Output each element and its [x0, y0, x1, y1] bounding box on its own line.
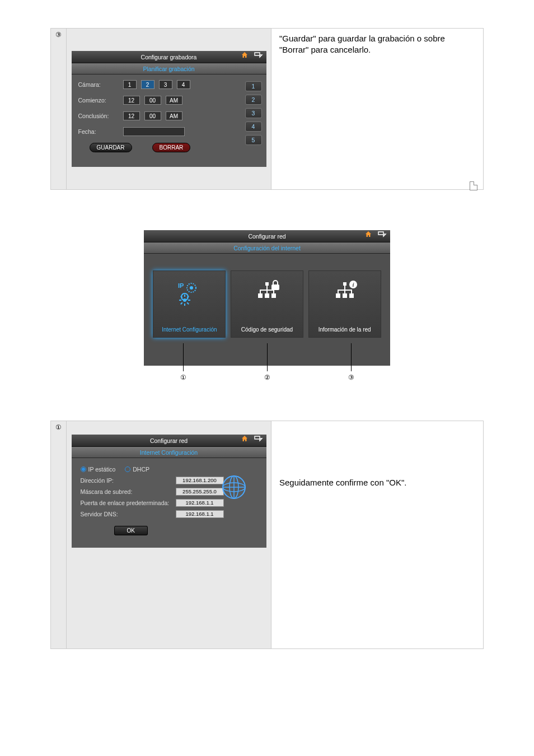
svg-rect-10 — [336, 293, 340, 298]
end-hour[interactable]: 12 — [123, 111, 140, 120]
ip-label: Dirección IP: — [81, 477, 176, 484]
svg-point-3 — [183, 298, 186, 302]
tile-label: Código de seguridad — [231, 326, 303, 333]
slot-list: 1 2 3 4 5 — [245, 81, 262, 145]
panel-title: Configurar grabadora — [141, 54, 197, 60]
description-text: Seguidamente confirme con "OK". — [279, 478, 406, 487]
camera-btn-4[interactable]: 4 — [177, 80, 190, 89]
back-icon[interactable] — [254, 51, 263, 59]
radio-static[interactable]: IP estático — [81, 466, 116, 473]
svg-rect-7 — [271, 293, 276, 298]
end-label: Conclusión: — [78, 113, 119, 119]
screenshot-cell: Configurar grabadora Planificar grabació… — [67, 29, 271, 190]
svg-rect-8 — [271, 284, 279, 290]
gw-label: Puerta de enlace predeterminada: — [81, 500, 176, 506]
save-button[interactable]: GUARDAR — [90, 143, 132, 152]
description-cell: Seguidamente confirme con "OK". — [271, 421, 484, 649]
tile-label: Información de la red — [309, 326, 381, 333]
radio-dhcp[interactable]: DHCP — [125, 466, 149, 473]
callout-1: ① — [180, 374, 186, 381]
svg-point-2 — [190, 286, 193, 290]
svg-rect-5 — [258, 293, 263, 298]
svg-text:IP: IP — [178, 282, 184, 289]
start-min[interactable]: 00 — [144, 96, 161, 105]
date-field[interactable] — [123, 127, 185, 136]
tile-security-code[interactable]: Código de seguridad — [231, 270, 303, 338]
slot-2[interactable]: 2 — [245, 95, 262, 105]
radio-dot-off — [125, 466, 130, 472]
callout-row: ① ② ③ — [144, 370, 390, 404]
step-number: ③ — [51, 29, 67, 190]
mask-label: Máscara de subred: — [81, 488, 176, 495]
dns-value[interactable]: 192.168.1.1 — [176, 510, 224, 518]
delete-button[interactable]: BORRAR — [152, 143, 191, 152]
start-ampm[interactable]: AM — [166, 96, 182, 105]
description-text: "Guardar" para guardar la grabación o so… — [279, 34, 445, 54]
ok-button[interactable]: OK — [114, 526, 148, 535]
radio-static-label: IP estático — [88, 466, 116, 473]
screenshot-cell: Configurar red Internet Configuración — [67, 421, 271, 649]
date-label: Fecha: — [78, 128, 119, 135]
svg-rect-12 — [349, 293, 354, 298]
section-netconf: ① Configurar red Internet Configuración — [50, 421, 484, 649]
callout-2: ② — [264, 374, 270, 381]
mask-value[interactable]: 255.255.255.0 — [176, 488, 224, 496]
radio-dhcp-label: DHCP — [133, 466, 149, 473]
slot-4[interactable]: 4 — [245, 122, 262, 132]
svg-rect-4 — [265, 282, 269, 286]
home-icon[interactable] — [241, 435, 249, 442]
panel-titlebar: Configurar red — [72, 435, 266, 447]
back-icon[interactable] — [378, 230, 387, 238]
radio-dot-on — [81, 466, 86, 472]
end-min[interactable]: 00 — [144, 111, 161, 120]
panel-titlebar: Configurar red — [144, 230, 390, 242]
callout-3: ③ — [348, 374, 354, 381]
panel-subtitlebar: Internet Configuración — [72, 447, 266, 458]
section-recorder: ③ Configurar grabadora Planificar grabac… — [50, 28, 484, 190]
recorder-panel: Configurar grabadora Planificar grabació… — [72, 51, 266, 167]
end-ampm[interactable]: AM — [166, 111, 182, 120]
slot-5[interactable]: 5 — [245, 135, 262, 145]
panel-subtitlebar: Planificar grabación — [72, 63, 266, 74]
tile-network-info[interactable]: i Información de la red — [308, 270, 381, 338]
description-cell: "Guardar" para guardar la grabación o so… — [271, 29, 484, 190]
netconf-panel: Configurar red Internet Configuración — [72, 435, 266, 548]
panel-title: Configurar red — [248, 233, 285, 240]
panel-titlebar: Configurar grabadora — [72, 51, 266, 63]
slot-1[interactable]: 1 — [245, 81, 262, 91]
panel-subtitlebar: Configuración del internet — [144, 242, 390, 254]
start-label: Comienzo: — [78, 97, 119, 104]
svg-rect-11 — [343, 293, 347, 298]
globe-icon — [222, 475, 246, 500]
step-number: ① — [51, 421, 67, 649]
home-icon[interactable] — [364, 230, 372, 238]
tile-internet-config[interactable]: IP Internet Configuración — [153, 270, 226, 338]
ip-value[interactable]: 192.168.1.200 — [176, 477, 224, 484]
home-icon[interactable] — [241, 51, 249, 59]
svg-rect-6 — [265, 293, 269, 298]
start-hour[interactable]: 12 — [123, 96, 140, 105]
camera-btn-3[interactable]: 3 — [159, 80, 172, 89]
tile-label: Internet Configuración — [153, 326, 225, 333]
slot-3[interactable]: 3 — [245, 108, 262, 118]
back-icon[interactable] — [254, 435, 263, 442]
camera-label: Cámara: — [78, 81, 119, 88]
camera-btn-1[interactable]: 1 — [123, 80, 137, 89]
camera-btn-2[interactable]: 2 — [141, 80, 154, 89]
svg-rect-9 — [343, 282, 346, 286]
gw-value[interactable]: 192.168.1.1 — [176, 499, 224, 507]
dns-label: Servidor DNS: — [81, 511, 176, 517]
panel-title: Configurar red — [150, 437, 188, 444]
document-icon — [470, 181, 477, 190]
